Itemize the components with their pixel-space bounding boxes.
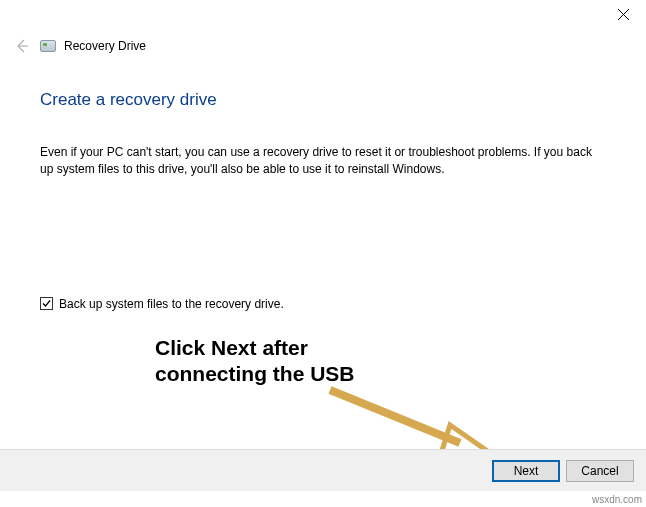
- titlebar: [0, 0, 646, 30]
- next-button[interactable]: Next: [492, 460, 560, 482]
- close-button[interactable]: [601, 0, 646, 28]
- back-button[interactable]: [12, 36, 32, 56]
- backup-checkbox-label: Back up system files to the recovery dri…: [59, 297, 284, 311]
- page-heading: Create a recovery drive: [40, 90, 606, 110]
- checkmark-icon: [41, 298, 52, 309]
- close-icon: [618, 9, 629, 20]
- page-description: Even if your PC can't start, you can use…: [40, 144, 595, 179]
- annotation-line1: Click Next after: [155, 335, 355, 361]
- cancel-button[interactable]: Cancel: [566, 460, 634, 482]
- dialog-footer: Next Cancel: [0, 449, 646, 491]
- drive-icon: [40, 40, 56, 52]
- content-area: Create a recovery drive Even if your PC …: [0, 56, 646, 311]
- back-arrow-icon: [13, 37, 31, 55]
- window-header: Recovery Drive: [0, 30, 646, 56]
- watermark: wsxdn.com: [592, 494, 642, 505]
- instruction-annotation: Click Next after connecting the USB: [155, 335, 355, 388]
- backup-checkbox[interactable]: [40, 297, 53, 310]
- annotation-line2: connecting the USB: [155, 361, 355, 387]
- backup-checkbox-row[interactable]: Back up system files to the recovery dri…: [40, 297, 606, 311]
- window-title: Recovery Drive: [64, 39, 146, 53]
